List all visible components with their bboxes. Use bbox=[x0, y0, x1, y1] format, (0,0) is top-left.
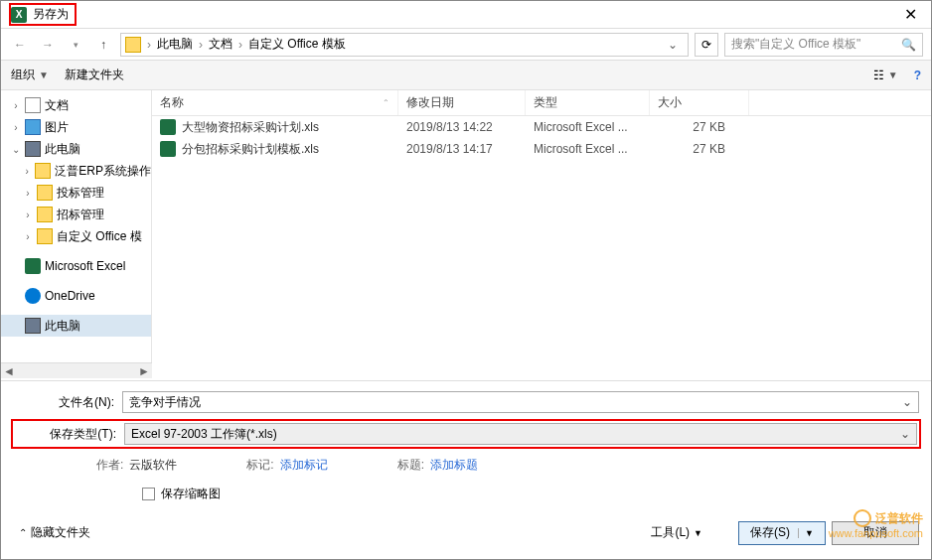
tags-link[interactable]: 添加标记 bbox=[280, 457, 328, 474]
up-button[interactable]: ↑ bbox=[92, 34, 114, 56]
chevron-down-icon: ▼ bbox=[39, 70, 49, 80]
onedrive-icon bbox=[25, 288, 41, 304]
folder-icon bbox=[35, 163, 51, 179]
new-folder-button[interactable]: 新建文件夹 bbox=[65, 67, 124, 83]
column-name[interactable]: 名称⌃ bbox=[152, 90, 398, 115]
sidebar-item-folder[interactable]: ›招标管理 bbox=[1, 204, 151, 225]
help-button[interactable]: ? bbox=[914, 69, 921, 82]
toolbar: 组织▼ 新建文件夹 ☷▼ ? bbox=[1, 61, 931, 90]
file-row[interactable]: 大型物资招标采购计划.xls 2019/8/13 14:22 Microsoft… bbox=[152, 116, 931, 138]
chevron-icon[interactable]: › bbox=[23, 231, 33, 242]
sidebar-item-folder[interactable]: ›投标管理 bbox=[1, 182, 151, 204]
tools-button[interactable]: 工具(L) ▼ bbox=[641, 520, 712, 545]
author-value[interactable]: 云版软件 bbox=[129, 457, 177, 474]
chevron-up-icon: ⌃ bbox=[19, 527, 27, 538]
navbar: ← → ▾ ↑ › 此电脑 › 文档 › 自定义 Office 模板 ⌄ ⟳ 搜… bbox=[1, 29, 931, 61]
folder-icon bbox=[37, 207, 53, 222]
cancel-button[interactable]: 取消 bbox=[832, 521, 919, 545]
sidebar-item-pictures[interactable]: ›图片 bbox=[1, 116, 151, 138]
thumbnail-row: 保存缩略图 bbox=[13, 486, 919, 502]
column-size[interactable]: 大小 bbox=[650, 90, 749, 115]
pc-icon bbox=[25, 318, 41, 334]
chevron-right-icon: › bbox=[197, 38, 205, 52]
breadcrumb-dropdown[interactable]: ⌄ bbox=[662, 38, 684, 52]
view-mode-button[interactable]: ☷▼ bbox=[873, 69, 898, 82]
column-type[interactable]: 类型 bbox=[526, 90, 650, 115]
filetype-select[interactable]: Excel 97-2003 工作簿(*.xls) ⌄ bbox=[124, 423, 917, 445]
chevron-down-icon[interactable]: ⌄ bbox=[902, 395, 912, 409]
recent-dropdown[interactable]: ▾ bbox=[65, 34, 86, 56]
excel-icon: X bbox=[11, 7, 27, 23]
chevron-icon[interactable]: › bbox=[11, 122, 21, 133]
breadcrumb-item[interactable]: 文档 bbox=[205, 34, 236, 55]
search-input[interactable]: 搜索"自定义 Office 模板" 🔍 bbox=[724, 33, 923, 57]
sidebar-item-folder[interactable]: ›泛普ERP系统操作 bbox=[1, 160, 151, 182]
tags-group: 标记: 添加标记 bbox=[246, 457, 327, 474]
refresh-button[interactable]: ⟳ bbox=[695, 33, 718, 57]
save-button[interactable]: 保存(S) ▼ bbox=[738, 521, 826, 545]
title-link[interactable]: 添加标题 bbox=[430, 457, 478, 474]
breadcrumb-item[interactable]: 自定义 Office 模板 bbox=[244, 34, 350, 55]
thumbnail-checkbox[interactable] bbox=[142, 488, 155, 500]
filename-row: 文件名(N): 竞争对手情况 ⌄ bbox=[13, 391, 919, 413]
sidebar-item-onedrive[interactable]: OneDrive bbox=[1, 285, 151, 307]
chevron-icon[interactable]: › bbox=[23, 210, 33, 220]
close-button[interactable]: ✕ bbox=[898, 3, 923, 26]
chevron-icon[interactable]: › bbox=[23, 188, 33, 199]
xls-icon bbox=[160, 141, 176, 157]
column-date[interactable]: 修改日期 bbox=[398, 90, 526, 115]
chevron-right-icon: › bbox=[145, 38, 153, 52]
file-row[interactable]: 分包招标采购计划模板.xls 2019/8/13 14:17 Microsoft… bbox=[152, 138, 931, 160]
back-button[interactable]: ← bbox=[9, 34, 31, 56]
chevron-down-icon: ▼ bbox=[694, 528, 702, 538]
title-highlight: X 另存为 bbox=[9, 3, 77, 26]
sidebar-scrollbar[interactable]: ◄► bbox=[1, 362, 152, 378]
sidebar-item-thispc-2[interactable]: 此电脑 bbox=[1, 315, 151, 337]
author-group: 作者: 云版软件 bbox=[96, 457, 177, 474]
chevron-down-icon[interactable]: ▼ bbox=[798, 528, 814, 538]
main-area: ›文档 ›图片 ⌄此电脑 ›泛普ERP系统操作 ›投标管理 ›招标管理 ›自定义… bbox=[1, 90, 931, 378]
xls-icon bbox=[160, 119, 176, 135]
filename-input[interactable]: 竞争对手情况 ⌄ bbox=[122, 391, 919, 413]
folder-icon bbox=[37, 228, 53, 244]
organize-button[interactable]: 组织▼ bbox=[11, 67, 49, 83]
folder-icon bbox=[125, 37, 141, 53]
breadcrumb[interactable]: › 此电脑 › 文档 › 自定义 Office 模板 ⌄ bbox=[120, 33, 689, 57]
metadata-row: 作者: 云版软件 标记: 添加标记 标题: 添加标题 bbox=[13, 457, 919, 474]
filetype-row: 保存类型(T): Excel 97-2003 工作簿(*.xls) ⌄ bbox=[15, 423, 917, 445]
sidebar-item-documents[interactable]: ›文档 bbox=[1, 94, 151, 116]
breadcrumb-item[interactable]: 此电脑 bbox=[153, 34, 197, 55]
forward-button[interactable]: → bbox=[37, 34, 59, 56]
sort-icon: ⌃ bbox=[383, 98, 389, 107]
documents-icon bbox=[25, 97, 41, 113]
search-icon: 🔍 bbox=[901, 38, 916, 52]
file-list: 名称⌃ 修改日期 类型 大小 大型物资招标采购计划.xls 2019/8/13 … bbox=[152, 90, 931, 378]
title-group: 标题: 添加标题 bbox=[397, 457, 478, 474]
titlebar: X 另存为 ✕ bbox=[1, 1, 931, 29]
filename-label: 文件名(N): bbox=[13, 394, 122, 411]
thumbnail-label: 保存缩略图 bbox=[161, 486, 221, 502]
list-header: 名称⌃ 修改日期 类型 大小 bbox=[152, 90, 931, 116]
sidebar: ›文档 ›图片 ⌄此电脑 ›泛普ERP系统操作 ›投标管理 ›招标管理 ›自定义… bbox=[1, 90, 152, 378]
chevron-icon[interactable]: › bbox=[11, 100, 21, 111]
chevron-down-icon: ▼ bbox=[888, 70, 898, 80]
pictures-icon bbox=[25, 119, 41, 135]
window-title: 另存为 bbox=[33, 6, 69, 23]
chevron-right-icon: › bbox=[236, 38, 244, 52]
chevron-icon[interactable]: › bbox=[23, 166, 31, 177]
sidebar-item-folder[interactable]: ›自定义 Office 模 bbox=[1, 225, 151, 247]
chevron-down-icon[interactable]: ⌄ bbox=[900, 427, 910, 441]
bottom-panel: 文件名(N): 竞争对手情况 ⌄ 保存类型(T): Excel 97-2003 … bbox=[1, 380, 931, 559]
search-placeholder: 搜索"自定义 Office 模板" bbox=[731, 36, 860, 53]
action-row: ⌃ 隐藏文件夹 工具(L) ▼ 保存(S) ▼ 取消 bbox=[13, 520, 919, 551]
sidebar-item-thispc[interactable]: ⌄此电脑 bbox=[1, 138, 151, 160]
pc-icon bbox=[25, 141, 41, 157]
folder-icon bbox=[37, 185, 53, 201]
excel-icon bbox=[25, 258, 41, 274]
hide-folders-button[interactable]: ⌃ 隐藏文件夹 bbox=[13, 524, 90, 541]
filetype-label: 保存类型(T): bbox=[15, 426, 124, 443]
filetype-highlight: 保存类型(T): Excel 97-2003 工作簿(*.xls) ⌄ bbox=[11, 419, 921, 449]
sidebar-item-excel[interactable]: Microsoft Excel bbox=[1, 255, 151, 277]
chevron-down-icon[interactable]: ⌄ bbox=[11, 144, 21, 155]
